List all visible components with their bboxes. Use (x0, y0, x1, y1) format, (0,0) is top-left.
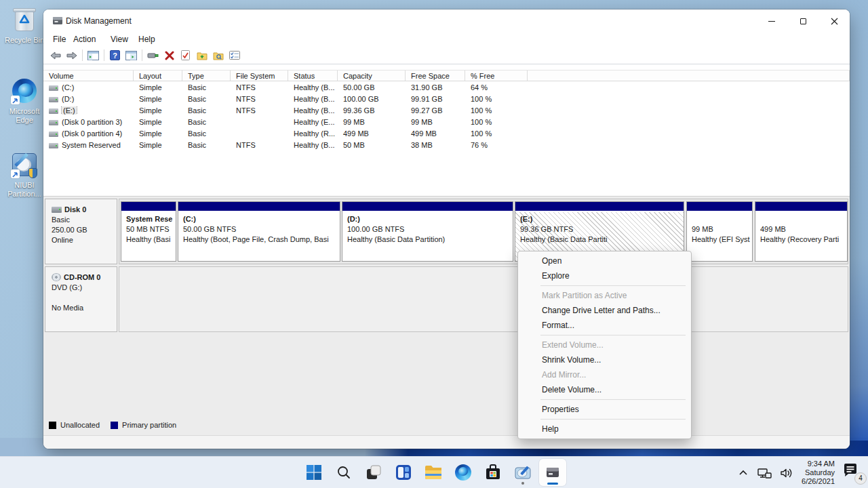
menu-action[interactable]: Action (73, 35, 96, 44)
context-menu: Open Explore Mark Partition as Active Ch… (517, 251, 692, 439)
menu-help[interactable]: Help (138, 35, 155, 44)
menu-separator (540, 335, 686, 336)
cell-free: 99.27 GB (406, 106, 465, 115)
title-bar: Disk Management (43, 9, 850, 33)
search-button[interactable] (330, 459, 357, 486)
partition-color-bar (515, 202, 684, 212)
cell-free: 499 MB (406, 129, 465, 138)
volume-list: Volume Layout Type File System Status Ca… (43, 65, 850, 196)
edge-button[interactable] (450, 459, 477, 486)
partition-recovery[interactable]: 499 MB Healthy (Recovery Parti (755, 201, 848, 262)
file-explorer-icon (425, 465, 442, 480)
taskbar-clock[interactable]: 9:34 AM Saturday 6/26/2021 (802, 460, 835, 486)
niubi-partition-taskbar-button[interactable] (509, 459, 536, 486)
table-row-selected[interactable]: (E:) Simple Basic NTFS Healthy (B... 99.… (43, 104, 850, 116)
tray-chevron-up-icon[interactable] (737, 468, 749, 478)
show-action-pane-button[interactable] (125, 50, 137, 61)
taskbar-center-icons (300, 459, 566, 486)
legend-primary-partition: Primary partition (111, 421, 176, 429)
column-header-volume[interactable]: Volume (43, 70, 134, 81)
column-header-layout[interactable]: Layout (134, 70, 182, 81)
close-icon (831, 18, 838, 25)
partition-title: (E:) (520, 214, 684, 224)
start-button[interactable] (300, 459, 328, 486)
menu-item-shrink-volume[interactable]: Shrink Volume... (518, 352, 691, 367)
notification-center-button[interactable]: 4 (842, 463, 863, 483)
file-explorer-button[interactable] (420, 459, 447, 486)
partition-d[interactable]: (D:) 100.00 GB NTFS Healthy (Basic Data … (342, 201, 513, 262)
menu-item-properties[interactable]: Properties (518, 402, 691, 417)
disk-management-taskbar-button[interactable] (539, 459, 566, 486)
desktop-icon-niubi-partition[interactable]: NIUBI Partition... (2, 150, 47, 199)
menu-item-explore[interactable]: Explore (518, 268, 691, 283)
cdrom-status: No Media (52, 303, 117, 313)
partition-efi[interactable]: 99 MB Healthy (EFI Syst (686, 201, 753, 262)
table-row[interactable]: (D:) Simple Basic NTFS Healthy (B... 100… (43, 93, 850, 104)
search-icon (336, 465, 351, 480)
column-header-file-system[interactable]: File System (231, 70, 288, 81)
partition-c[interactable]: (C:) 50.00 GB NTFS Healthy (Boot, Page F… (178, 201, 340, 262)
maximize-button[interactable] (787, 9, 818, 33)
table-row[interactable]: System Reserved Simple Basic NTFS Health… (43, 139, 850, 150)
recycle-arrows-icon (18, 14, 31, 28)
cdrom-media: DVD (G:) (52, 283, 117, 293)
widgets-icon (395, 464, 412, 481)
partition-size: 50 MB NTFS (126, 224, 176, 235)
menu-separator (540, 399, 686, 400)
column-header-type[interactable]: Type (182, 70, 231, 81)
cell-free: 99 MB (406, 118, 465, 126)
disk-management-app-icon (52, 16, 63, 26)
open-folder-button[interactable] (196, 50, 208, 61)
desktop-icon-recycle-bin[interactable]: Recycle Bin (2, 5, 47, 45)
menu-file[interactable]: File (53, 35, 66, 44)
cell-type: Basic (182, 118, 231, 126)
cd-rom-icon (52, 273, 61, 281)
menu-view[interactable]: View (111, 35, 128, 44)
table-row[interactable]: (Disk 0 partition 4) Simple Basic Health… (43, 127, 850, 139)
clock-day: Saturday (802, 468, 835, 477)
legend-label: Unallocated (60, 421, 100, 429)
show-console-tree-button[interactable] (87, 50, 99, 61)
disk0-label-panel[interactable]: Disk 0 Basic 250.00 GB Online (45, 199, 117, 264)
menu-item-help[interactable]: Help (518, 422, 691, 436)
menu-item-delete-volume[interactable]: Delete Volume... (518, 382, 691, 397)
menu-item-open[interactable]: Open (518, 253, 691, 268)
table-row[interactable]: (C:) Simple Basic NTFS Healthy (B... 50.… (43, 81, 850, 93)
widgets-button[interactable] (390, 459, 417, 486)
cell-status: Healthy (B... (288, 106, 338, 115)
partition-system-reserved[interactable]: System Rese 50 MB NTFS Healthy (Basi (121, 201, 176, 262)
column-header-pct-free[interactable]: % Free (465, 70, 528, 81)
view-options-button[interactable] (229, 50, 240, 61)
task-view-button[interactable] (360, 459, 387, 486)
explore-folder-button[interactable] (212, 50, 224, 61)
cell-capacity: 50.00 GB (338, 83, 406, 92)
cell-layout: Simple (134, 106, 182, 115)
cell-pct: 76 % (465, 141, 528, 149)
delete-volume-button[interactable] (163, 50, 175, 61)
microsoft-store-button[interactable] (479, 459, 507, 486)
legend-label: Primary partition (122, 421, 176, 429)
menu-item-change-drive-letter[interactable]: Change Drive Letter and Paths... (518, 303, 691, 318)
partition-size: 99 MB (692, 224, 752, 235)
volume-icon (49, 120, 58, 125)
cdrom-label-panel[interactable]: CD-ROM 0 DVD (G:) No Media (45, 266, 117, 332)
menu-item-format[interactable]: Format... (518, 318, 691, 333)
partition-title: (C:) (183, 214, 340, 224)
desktop-icon-microsoft-edge[interactable]: Microsoft Edge (2, 77, 47, 125)
back-button[interactable] (50, 50, 61, 61)
mark-active-document-button[interactable] (180, 50, 191, 61)
menu-bar: File Action View Help (43, 33, 850, 47)
desktop-icon-label: Microsoft Edge (2, 107, 47, 125)
forward-button[interactable] (66, 50, 77, 61)
column-header-free-space[interactable]: Free Space (406, 70, 465, 81)
cell-status: Healthy (E... (288, 118, 338, 126)
network-icon[interactable] (757, 467, 772, 479)
volume-icon[interactable] (779, 467, 794, 479)
column-header-status[interactable]: Status (288, 70, 338, 81)
help-button[interactable]: ? (109, 50, 121, 61)
table-row[interactable]: (Disk 0 partition 3) Simple Basic Health… (43, 116, 850, 127)
minimize-button[interactable] (756, 9, 787, 33)
column-header-capacity[interactable]: Capacity (338, 70, 406, 81)
close-button[interactable] (818, 9, 850, 33)
properties-button[interactable] (147, 50, 159, 61)
